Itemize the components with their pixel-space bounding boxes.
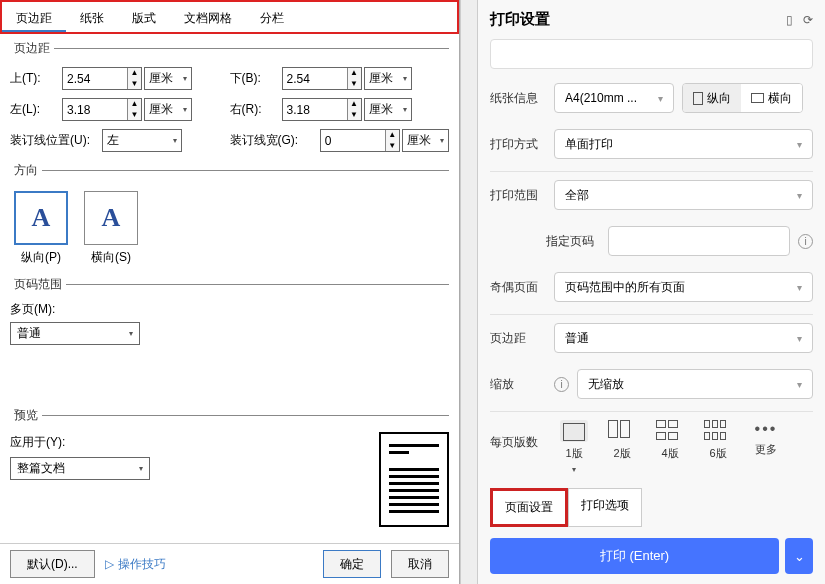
left-up[interactable]: ▲: [128, 99, 141, 110]
right-spinner[interactable]: ▲▼: [282, 98, 362, 121]
more-icon: •••: [755, 420, 778, 438]
apply-to-select[interactable]: 整篇文档: [10, 457, 150, 480]
nup-label: 每页版数: [490, 420, 546, 451]
tab-columns[interactable]: 分栏: [246, 2, 298, 32]
tab-margin[interactable]: 页边距: [2, 2, 66, 32]
landscape-rect-icon: [751, 93, 764, 103]
apply-to-label: 应用于(Y):: [10, 434, 210, 451]
portrait-rect-icon: [693, 92, 703, 105]
left-unit-select[interactable]: 厘米: [144, 98, 192, 121]
left-down[interactable]: ▼: [128, 110, 141, 121]
default-button[interactable]: 默认(D)...: [10, 550, 95, 578]
page-range-section: 页码范围 多页(M):: [10, 276, 449, 318]
bottom-down[interactable]: ▼: [348, 79, 361, 90]
landscape-icon: A: [102, 203, 121, 233]
nup-2[interactable]: 2版: [602, 420, 642, 461]
left-input[interactable]: [63, 99, 127, 120]
left-spinner[interactable]: ▲▼: [62, 98, 142, 121]
bottom-unit-select[interactable]: 厘米: [364, 67, 412, 90]
scale-info-icon[interactable]: i: [554, 377, 569, 392]
right-label: 右(R):: [230, 101, 282, 118]
tips-link[interactable]: ▷ 操作技巧: [105, 556, 166, 573]
cancel-button[interactable]: 取消: [391, 550, 449, 578]
parity-label: 奇偶页面: [490, 279, 546, 296]
orientation-portrait[interactable]: A 纵向(P): [14, 191, 68, 266]
chevron-down-icon: ⌄: [794, 549, 805, 564]
nup-1[interactable]: 1版: [554, 420, 594, 474]
left-label: 左(L):: [10, 101, 62, 118]
top-down[interactable]: ▼: [128, 79, 141, 90]
scale-label: 缩放: [490, 376, 546, 393]
specify-pages-input[interactable]: [608, 226, 790, 256]
margins-legend: 页边距: [10, 40, 54, 57]
scale-select[interactable]: 无缩放: [577, 369, 813, 399]
gw-down[interactable]: ▼: [386, 141, 399, 152]
print-range-label: 打印范围: [490, 187, 546, 204]
bottom-label: 下(B):: [230, 70, 282, 87]
multi-page-select[interactable]: 普通: [10, 322, 140, 345]
print-settings-title: 打印设置: [490, 10, 550, 29]
paper-info-label: 纸张信息: [490, 90, 546, 107]
gutter-width-unit-select[interactable]: 厘米: [402, 129, 449, 152]
gutter-width-label: 装订线宽(G):: [230, 132, 320, 149]
page-setup-dialog: 页边距 纸张 版式 文档网格 分栏 页边距 上(T): ▲▼ 厘米 下(B): …: [0, 0, 460, 584]
nup-4[interactable]: 4版: [650, 420, 690, 461]
top-label: 上(T):: [10, 70, 62, 87]
paper-size-select[interactable]: A4(210mm ...: [554, 83, 674, 113]
printer-select[interactable]: [490, 39, 813, 69]
multi-page-label: 多页(M):: [10, 302, 55, 316]
gw-up[interactable]: ▲: [386, 130, 399, 141]
print-button[interactable]: 打印 (Enter): [490, 538, 779, 574]
help-icon[interactable]: ⟳: [803, 13, 813, 27]
panel-icon[interactable]: ▯: [786, 13, 793, 27]
right-margin-select[interactable]: 普通: [554, 323, 813, 353]
options-tabs: 页面设置 打印选项: [490, 488, 813, 527]
preview-thumbnail: [379, 432, 449, 527]
preview-section: 预览: [10, 407, 449, 428]
orientation-toggle: 纵向 横向: [682, 83, 803, 113]
tab-grid[interactable]: 文档网格: [170, 2, 246, 32]
top-unit-select[interactable]: 厘米: [144, 67, 192, 90]
ok-button[interactable]: 确定: [323, 550, 381, 578]
right-up[interactable]: ▲: [348, 99, 361, 110]
top-spinner[interactable]: ▲▼: [62, 67, 142, 90]
toggle-landscape[interactable]: 横向: [741, 84, 802, 112]
tab-paper[interactable]: 纸张: [66, 2, 118, 32]
print-method-select[interactable]: 单面打印: [554, 129, 813, 159]
nup-6[interactable]: 6版: [698, 420, 738, 461]
portrait-icon: A: [32, 203, 51, 233]
tab-layout[interactable]: 版式: [118, 2, 170, 32]
print-range-select[interactable]: 全部: [554, 180, 813, 210]
gutter-pos-label: 装订线位置(U):: [10, 132, 102, 149]
orientation-legend: 方向: [10, 162, 42, 179]
play-icon: ▷: [105, 557, 114, 571]
bottom-spinner[interactable]: ▲▼: [282, 67, 362, 90]
margins-section: 页边距 上(T): ▲▼ 厘米 下(B): ▲▼ 厘米 左(L):: [10, 40, 449, 156]
toggle-portrait[interactable]: 纵向: [683, 84, 741, 112]
page-range-legend: 页码范围: [10, 276, 66, 293]
print-settings-panel: 打印设置 ▯ ⟳ 纸张信息 A4(210mm ... 纵向 横向 打印方式 单面…: [478, 0, 825, 584]
page-setup-tabs: 页边距 纸张 版式 文档网格 分栏: [0, 0, 459, 34]
pages-info-icon[interactable]: i: [798, 234, 813, 249]
nup-more[interactable]: •••更多: [746, 420, 786, 457]
preview-legend: 预览: [10, 407, 42, 424]
top-input[interactable]: [63, 68, 127, 89]
right-margin-label: 页边距: [490, 330, 546, 347]
print-dropdown[interactable]: ⌄: [785, 538, 813, 574]
bottom-input[interactable]: [283, 68, 347, 89]
bottom-up[interactable]: ▲: [348, 68, 361, 79]
gutter-width-spinner[interactable]: ▲▼: [320, 129, 400, 152]
parity-select[interactable]: 页码范围中的所有页面: [554, 272, 813, 302]
right-down[interactable]: ▼: [348, 110, 361, 121]
right-unit-select[interactable]: 厘米: [364, 98, 412, 121]
gutter-width-input[interactable]: [321, 130, 385, 151]
top-up[interactable]: ▲: [128, 68, 141, 79]
document-gutter: [460, 0, 478, 584]
orientation-landscape[interactable]: A 横向(S): [84, 191, 138, 266]
tab-print-options[interactable]: 打印选项: [568, 488, 642, 527]
gutter-pos-select[interactable]: 左: [102, 129, 182, 152]
right-input[interactable]: [283, 99, 347, 120]
orientation-section: 方向 A 纵向(P) A 横向(S): [10, 162, 449, 270]
print-method-label: 打印方式: [490, 136, 546, 153]
tab-page-setup[interactable]: 页面设置: [490, 488, 568, 527]
